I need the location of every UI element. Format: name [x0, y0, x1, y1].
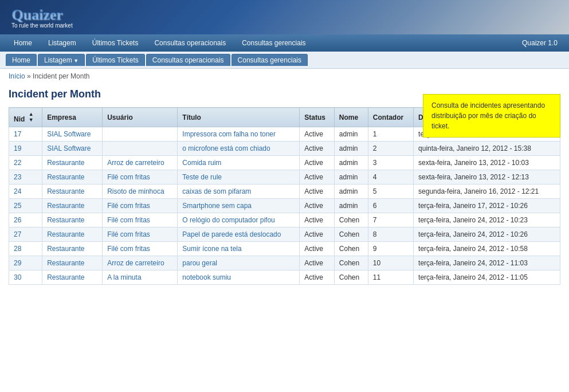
- cell-link[interactable]: 29: [14, 259, 21, 267]
- secondary-tab-consultas-operacionais[interactable]: Consultas operacionais: [146, 54, 230, 66]
- nav-ultimos-tickets[interactable]: Últimos Tickets: [84, 34, 147, 52]
- table-cell[interactable]: 28: [9, 242, 42, 256]
- cell-link[interactable]: Teste de rule: [182, 173, 222, 181]
- table-cell[interactable]: Restaurante: [42, 156, 103, 170]
- cell-link[interactable]: Restaurante: [47, 187, 84, 195]
- cell-link[interactable]: Restaurante: [47, 159, 84, 167]
- cell-link[interactable]: Restaurante: [47, 273, 84, 281]
- table-cell[interactable]: SIAL Software: [42, 142, 103, 156]
- table-cell[interactable]: Comida ruim: [178, 156, 300, 170]
- table-cell[interactable]: A la minuta: [103, 271, 178, 285]
- secondary-tab-ultimos-tickets[interactable]: Últimos Tickets: [86, 54, 145, 66]
- table-cell[interactable]: Filé com fritas: [103, 213, 178, 228]
- nav-home[interactable]: Home: [6, 34, 40, 52]
- cell-link[interactable]: o microfone está com chiado: [182, 144, 270, 152]
- cell-link[interactable]: Filé com fritas: [107, 245, 150, 253]
- table-cell[interactable]: 19: [9, 142, 42, 156]
- table-cell[interactable]: Restaurante: [42, 256, 103, 271]
- table-cell[interactable]: Filé com fritas: [103, 199, 178, 213]
- cell-link[interactable]: Restaurante: [47, 245, 84, 253]
- table-cell: 8: [368, 228, 413, 242]
- cell-link[interactable]: 19: [14, 144, 21, 152]
- cell-link[interactable]: Arroz de carreteiro: [107, 159, 164, 167]
- cell-link[interactable]: 24: [14, 187, 21, 195]
- cell-link[interactable]: Restaurante: [47, 216, 84, 224]
- cell-link[interactable]: O relógio do computador pifou: [182, 216, 274, 224]
- cell-link[interactable]: Restaurante: [47, 173, 84, 181]
- table-cell[interactable]: parou geral: [178, 256, 300, 271]
- table-cell[interactable]: [103, 142, 178, 156]
- cell-link[interactable]: Restaurante: [47, 230, 84, 238]
- cell-link[interactable]: Papel de parede está deslocado: [182, 230, 281, 238]
- cell-link[interactable]: Impressora com falha no toner: [182, 130, 276, 138]
- cell-link[interactable]: Filé com fritas: [107, 216, 150, 224]
- table-cell[interactable]: caixas de som pifaram: [178, 185, 300, 199]
- cell-link[interactable]: Sumir ícone na tela: [182, 245, 241, 253]
- table-cell[interactable]: Arroz de carreteiro: [103, 256, 178, 271]
- table-cell[interactable]: Filé com fritas: [103, 170, 178, 185]
- table-cell[interactable]: Filé com fritas: [103, 242, 178, 256]
- secondary-tab-home[interactable]: Home: [6, 54, 37, 66]
- cell-link[interactable]: Filé com fritas: [107, 202, 150, 210]
- table-cell: 4: [368, 170, 413, 185]
- cell-link[interactable]: 26: [14, 216, 21, 224]
- table-cell[interactable]: Impressora com falha no toner: [178, 127, 300, 142]
- breadcrumb-home[interactable]: Início: [9, 72, 25, 80]
- cell-link[interactable]: 25: [14, 202, 21, 210]
- table-cell[interactable]: 17: [9, 127, 42, 142]
- cell-link[interactable]: 30: [14, 273, 21, 281]
- cell-link[interactable]: Comida ruim: [182, 159, 221, 167]
- secondary-tab-listagem[interactable]: Listagem: [38, 54, 85, 66]
- table-cell[interactable]: Restaurante: [42, 185, 103, 199]
- table-cell[interactable]: Restaurante: [42, 242, 103, 256]
- table-cell[interactable]: Smartphone sem capa: [178, 199, 300, 213]
- table-cell[interactable]: 30: [9, 271, 42, 285]
- table-cell[interactable]: 22: [9, 156, 42, 170]
- cell-link[interactable]: Smartphone sem capa: [182, 202, 252, 210]
- cell-link[interactable]: Filé com fritas: [107, 230, 150, 238]
- table-cell[interactable]: Restaurante: [42, 271, 103, 285]
- secondary-tab-consultas-gerenciais[interactable]: Consultas gerenciais: [231, 54, 308, 66]
- table-cell[interactable]: [103, 127, 178, 142]
- table-cell[interactable]: Restaurante: [42, 199, 103, 213]
- cell-link[interactable]: 23: [14, 173, 21, 181]
- cell-link[interactable]: caixas de som pifaram: [182, 187, 251, 195]
- table-cell[interactable]: 24: [9, 185, 42, 199]
- table-cell[interactable]: notebook sumiu: [178, 271, 300, 285]
- cell-link[interactable]: Restaurante: [47, 259, 84, 267]
- cell-link[interactable]: A la minuta: [107, 273, 141, 281]
- cell-link[interactable]: 22: [14, 159, 21, 167]
- table-cell[interactable]: 26: [9, 213, 42, 228]
- nav-consultas-operacionais[interactable]: Consultas operacionais: [146, 34, 234, 52]
- table-cell[interactable]: O relógio do computador pifou: [178, 213, 300, 228]
- table-cell[interactable]: Restaurante: [42, 228, 103, 242]
- col-nid[interactable]: Nid ▲▼: [9, 108, 42, 127]
- cell-link[interactable]: parou geral: [182, 259, 217, 267]
- cell-link[interactable]: Risoto de minhoca: [107, 187, 164, 195]
- cell-link[interactable]: 27: [14, 230, 21, 238]
- table-cell[interactable]: Restaurante: [42, 213, 103, 228]
- cell-link[interactable]: SIAL Software: [47, 130, 91, 138]
- table-cell[interactable]: Papel de parede está deslocado: [178, 228, 300, 242]
- table-cell[interactable]: 25: [9, 199, 42, 213]
- table-cell[interactable]: Sumir ícone na tela: [178, 242, 300, 256]
- table-cell[interactable]: 23: [9, 170, 42, 185]
- table-cell[interactable]: 29: [9, 256, 42, 271]
- cell-link[interactable]: 28: [14, 245, 21, 253]
- table-cell[interactable]: Risoto de minhoca: [103, 185, 178, 199]
- table-cell[interactable]: o microfone está com chiado: [178, 142, 300, 156]
- table-cell[interactable]: SIAL Software: [42, 127, 103, 142]
- cell-link[interactable]: Restaurante: [47, 202, 84, 210]
- table-cell[interactable]: Teste de rule: [178, 170, 300, 185]
- cell-link[interactable]: notebook sumiu: [182, 273, 231, 281]
- cell-link[interactable]: SIAL Software: [47, 144, 91, 152]
- table-cell[interactable]: Arroz de carreteiro: [103, 156, 178, 170]
- table-cell[interactable]: Filé com fritas: [103, 228, 178, 242]
- cell-link[interactable]: Filé com fritas: [107, 173, 150, 181]
- nav-listagem[interactable]: Listagem: [40, 34, 84, 52]
- nav-consultas-gerenciais[interactable]: Consultas gerenciais: [234, 34, 313, 52]
- cell-link[interactable]: 17: [14, 130, 21, 138]
- table-cell[interactable]: Restaurante: [42, 170, 103, 185]
- table-cell[interactable]: 27: [9, 228, 42, 242]
- cell-link[interactable]: Arroz de carreteiro: [107, 259, 164, 267]
